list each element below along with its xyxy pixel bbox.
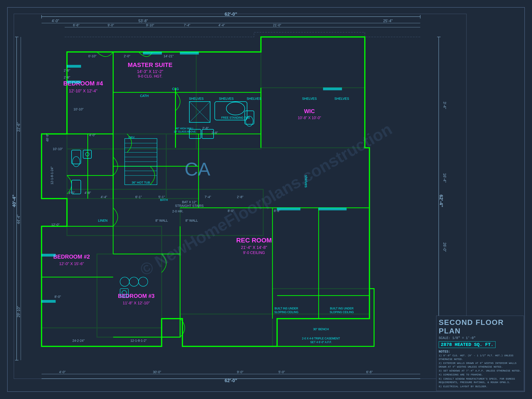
note-2: 2) EXTERIOR WALLS DRAWN AT 6" WIDTHS INT… xyxy=(439,361,521,369)
svg-text:2'-8": 2'-8" xyxy=(237,195,243,199)
svg-rect-157 xyxy=(277,208,300,210)
svg-text:2'-0": 2'-0" xyxy=(124,54,130,58)
svg-text:3'-4": 3'-4" xyxy=(443,101,447,109)
floor-plan-walls xyxy=(42,32,420,346)
svg-rect-156 xyxy=(319,208,346,210)
svg-text:0'-10": 0'-10" xyxy=(88,54,96,58)
svg-text:7'-4": 7'-4" xyxy=(184,23,190,27)
svg-text:4'-4": 4'-4" xyxy=(101,195,107,199)
svg-text:8" WALL: 8" WALL xyxy=(155,219,168,222)
svg-text:24-2-24": 24-2-24" xyxy=(72,339,84,342)
svg-text:SLOPING CEILING: SLOPING CEILING xyxy=(330,310,354,314)
svg-text:6'-6": 6'-6" xyxy=(366,370,373,374)
svg-rect-152 xyxy=(180,52,199,54)
svg-text:CA: CA xyxy=(184,159,210,179)
svg-text:4'-4": 4'-4" xyxy=(218,23,225,27)
svg-text:30'-0": 30'-0" xyxy=(153,370,161,374)
svg-text:BAT X 12": BAT X 12" xyxy=(182,200,197,204)
svg-text:12'-10" X 12'-4": 12'-10" X 12'-4" xyxy=(69,89,97,93)
svg-text:SHELVES: SHELVES xyxy=(334,97,349,101)
svg-text:SHELVES: SHELVES xyxy=(219,97,234,101)
svg-text:10'-8" X 10'-0": 10'-8" X 10'-0" xyxy=(298,116,321,120)
svg-text:11'-8" X 12'-10": 11'-8" X 12'-10" xyxy=(123,301,150,305)
title-block: SECOND FLOOR PLAN SCALE: 1/8" = 1'-0" 28… xyxy=(436,316,524,391)
note-4: 4) DIMENSIONS ARE TO FRAMING. xyxy=(439,373,521,377)
svg-text:CLG: CLG xyxy=(172,87,179,91)
svg-text:44'-4": 44'-4" xyxy=(17,215,20,224)
svg-text:BEDROOM #2: BEDROOM #2 xyxy=(53,253,90,260)
svg-rect-150 xyxy=(67,81,81,83)
plan-title: SECOND FLOOR PLAN xyxy=(439,318,521,335)
svg-rect-151 xyxy=(143,52,162,54)
svg-text:12-1-8-1-24": 12-1-8-1-24" xyxy=(50,166,54,184)
svg-text:21'-4" X 14'-8": 21'-4" X 14'-8" xyxy=(241,245,267,250)
svg-text:9'-0 CEILING: 9'-0 CEILING xyxy=(243,251,265,255)
svg-text:62'-0": 62'-0" xyxy=(225,12,237,17)
svg-text:2'-8": 2'-8" xyxy=(211,131,218,135)
svg-text:STRAIGHT STAIRS: STRAIGHT STAIRS xyxy=(175,204,204,208)
svg-text:25'-4": 25'-4" xyxy=(383,19,393,23)
svg-text:9'-0": 9'-0" xyxy=(237,370,243,374)
svg-rect-153 xyxy=(323,88,342,90)
svg-text:WIC: WIC xyxy=(304,108,315,114)
svg-text:53'-8": 53'-8" xyxy=(139,19,148,23)
note-1: 1) 9'-0" CLG. HGT. (9' - 1 1/2" PLT. HGT… xyxy=(439,354,521,361)
svg-text:BUILT INS UNDER: BUILT INS UNDER xyxy=(330,307,354,310)
svg-text:10" GLASS ABOVE: 10" GLASS ABOVE xyxy=(174,130,196,133)
svg-text:10'-10": 10'-10" xyxy=(73,107,83,111)
heated-sqft: 2878 HEATED SQ. FT. xyxy=(439,341,495,348)
svg-text:26'-0": 26'-0" xyxy=(443,242,447,252)
svg-text:30" BENCH: 30" BENCH xyxy=(313,327,329,331)
svg-text:FREE STANDING TUB: FREE STANDING TUB xyxy=(221,116,250,119)
svg-text:DRY: DRY xyxy=(128,136,135,139)
svg-text:SHELVES: SHELVES xyxy=(302,97,317,101)
svg-text:12'-0" X 15'-6": 12'-0" X 15'-6" xyxy=(59,262,84,266)
svg-text:5'-0": 5'-0" xyxy=(279,370,285,374)
note-5: 5) CONSULT WINDOW MANUFACTURER'S SPECS. … xyxy=(439,377,521,385)
svg-text:12-1-8-1-2": 12-1-8-1-2" xyxy=(130,339,147,342)
note-6: 6) ELECTRICAL LAYOUT BY BUILDER. xyxy=(439,385,521,388)
svg-text:9'-10": 9'-10" xyxy=(146,23,154,27)
svg-rect-154 xyxy=(42,254,55,256)
svg-text:BUILT INS UNDER: BUILT INS UNDER xyxy=(275,307,298,310)
note-3: 3) SET WINDOWS AT 7'-4" A.F.F. UNLESS OT… xyxy=(439,369,521,373)
svg-text:29'-10": 29'-10" xyxy=(17,306,20,317)
svg-text:SHELVES: SHELVES xyxy=(189,97,204,101)
svg-text:62'-0": 62'-0" xyxy=(225,378,237,383)
svg-text:9-0 CLG. HGT.: 9-0 CLG. HGT. xyxy=(138,74,162,78)
svg-text:6'-1": 6'-1" xyxy=(135,195,142,199)
svg-text:CATH: CATH xyxy=(140,94,148,98)
plan-scale: SCALE: 1/8" = 1'-0" xyxy=(439,336,521,340)
svg-text:21'-0": 21'-0" xyxy=(273,23,281,27)
svg-text:2'-8": 2'-8" xyxy=(64,69,70,72)
svg-text:16'-4": 16'-4" xyxy=(443,173,447,183)
svg-text:7'-4": 7'-4" xyxy=(205,195,211,199)
svg-text:BEDROOM #3: BEDROOM #3 xyxy=(118,293,155,299)
svg-rect-149 xyxy=(67,65,81,67)
svg-text:40'-4": 40'-4" xyxy=(12,195,17,207)
svg-text:6'-6": 6'-6" xyxy=(73,23,79,27)
svg-text:14'-21": 14'-21" xyxy=(164,54,173,58)
svg-text:LINEN: LINEN xyxy=(98,219,107,222)
svg-text:SET 4 6'-0" A.F.F.: SET 4 6'-0" A.F.F. xyxy=(310,341,332,344)
svg-text:4'-8": 4'-8" xyxy=(84,191,91,195)
svg-text:4'-0": 4'-0" xyxy=(59,370,66,374)
svg-text:5'-1": 5'-1" xyxy=(158,195,165,199)
svg-text:36" HOT TUB: 36" HOT TUB xyxy=(132,181,150,184)
svg-text:9'-0": 9'-0" xyxy=(108,23,114,27)
svg-text:10'-10": 10'-10" xyxy=(53,147,63,151)
svg-text:SHELVES: SHELVES xyxy=(247,97,261,101)
svg-text:REC ROOM: REC ROOM xyxy=(236,237,272,244)
svg-text:8" WALL: 8" WALL xyxy=(185,219,198,222)
notes-title: NOTES: xyxy=(439,350,521,354)
svg-text:14'-3" X 11'-2": 14'-3" X 11'-2" xyxy=(137,69,163,74)
page-container: © NewHomeFloorplans.construction PROFESS… xyxy=(0,0,532,399)
svg-text:8'-0": 8'-0" xyxy=(228,209,234,213)
svg-text:22'-6": 22'-6" xyxy=(17,122,20,132)
svg-text:MASTER SUITE: MASTER SUITE xyxy=(128,61,172,68)
svg-text:2-0 HR.: 2-0 HR. xyxy=(172,209,183,213)
svg-text:SLOPING CEILING: SLOPING CEILING xyxy=(274,310,298,314)
svg-rect-155 xyxy=(42,300,55,303)
svg-text:2'-8": 2'-8" xyxy=(64,76,70,79)
svg-text:62'-4": 62'-4" xyxy=(439,195,444,207)
